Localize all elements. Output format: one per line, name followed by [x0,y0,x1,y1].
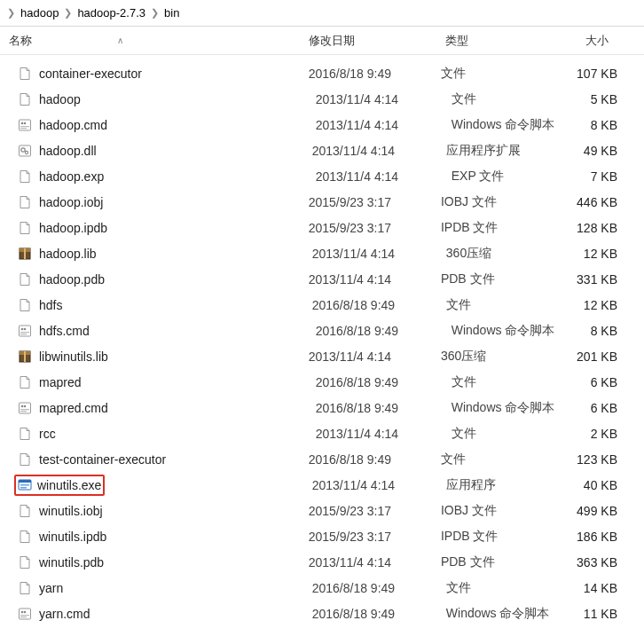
file-name-cell: hadoop.pdb [18,272,309,287]
file-icon [18,504,32,518]
file-type-cell: PDB 文件 [441,271,577,287]
svg-point-30 [24,610,27,613]
archive-icon [18,349,32,364]
file-type-cell: IOBJ 文件 [441,194,577,210]
file-type-cell: Windows 命令脚本 [452,117,591,133]
file-type-cell: IPDB 文件 [441,220,577,236]
file-size-cell: 123 KB [577,452,644,467]
file-name-label: yarn [39,581,63,595]
svg-rect-22 [20,409,29,410]
file-size-cell: 107 KB [577,67,644,81]
file-type-cell: 文件 [452,91,591,107]
breadcrumb-item[interactable]: hadoop-2.7.3 [77,6,145,20]
breadcrumb-item[interactable]: bin [164,6,179,20]
file-name-label: winutils.pdb [39,555,104,569]
file-date-cell: 2016/8/18 9:49 [309,452,441,467]
file-icon [18,530,32,544]
svg-rect-4 [20,128,27,129]
file-date-cell: 2013/11/4 4:14 [309,555,441,569]
column-header-type[interactable]: 类型 [445,33,585,49]
file-row[interactable]: hadoop.iobj2015/9/23 3:17IOBJ 文件446 KB [0,189,644,215]
file-size-cell: 8 KB [591,324,644,338]
file-name-cell: hadoop.iobj [18,195,309,209]
file-row[interactable]: hadoop.ipdb2015/9/23 3:17IPDB 文件128 KB [0,215,644,240]
file-row[interactable]: hdfs2016/8/18 9:49文件12 KB [0,292,644,318]
file-name-cell: yarn.cmd [18,607,312,621]
file-row[interactable]: rcc2013/11/4 4:14文件2 KB [0,420,644,446]
svg-point-29 [21,610,24,613]
svg-rect-15 [20,334,27,334]
file-date-cell: 2016/8/18 9:49 [316,375,452,389]
file-name-label: libwinutils.lib [39,349,108,364]
column-header-label: 名称 [9,33,32,49]
file-date-cell: 2016/8/18 9:49 [316,401,452,415]
file-row[interactable]: hadoop.cmd2013/11/4 4:14Windows 命令脚本8 KB [0,112,644,137]
file-row[interactable]: hdfs.cmd2016/8/18 9:49Windows 命令脚本8 KB [0,318,644,343]
file-row[interactable]: libwinutils.lib2013/11/4 4:14360压缩201 KB [0,343,644,369]
file-row[interactable]: hadoop.exp2013/11/4 4:14EXP 文件7 KB [0,163,644,189]
file-row[interactable]: winutils.ipdb2015/9/23 3:17IPDB 文件186 KB [0,523,644,549]
file-row[interactable]: winutils.exe2013/11/4 4:14应用程序40 KB [0,472,644,498]
file-row[interactable]: hadoop2013/11/4 4:14文件5 KB [0,86,644,112]
file-row[interactable]: container-executor2016/8/18 9:49文件107 KB [0,60,644,86]
file-type-cell: 文件 [452,374,591,390]
file-icon [18,92,32,106]
file-name-label: winutils.ipdb [39,530,106,544]
file-icon [18,272,32,287]
chevron-right-icon: ❯ [64,7,72,19]
file-name-cell: winutils.pdb [18,555,309,569]
file-row[interactable]: hadoop.dll2013/11/4 4:14应用程序扩展49 KB [0,137,644,163]
file-row[interactable]: mapred.cmd2016/8/18 9:49Windows 命令脚本6 KB [0,395,644,420]
column-header-name[interactable]: 名称 ∧ [9,33,309,49]
file-type-cell: 文件 [452,426,591,442]
file-icon [18,427,32,441]
breadcrumb-item[interactable]: hadoop [20,6,59,20]
file-name-label: hdfs.cmd [39,324,90,338]
file-size-cell: 12 KB [584,298,644,312]
file-row[interactable]: mapred2016/8/18 9:49文件6 KB [0,369,644,395]
file-date-cell: 2016/8/18 9:49 [316,324,452,338]
svg-point-12 [21,327,24,330]
cmd-icon [18,607,32,621]
column-header-date[interactable]: 修改日期 [309,33,445,49]
file-name-label: hadoop.cmd [39,118,107,132]
file-row[interactable]: hadoop.lib2013/11/4 4:14360压缩12 KB [0,240,644,266]
file-row[interactable]: yarn.cmd2016/8/18 9:49Windows 命令脚本11 KB [0,601,644,626]
file-icon [18,452,32,467]
file-type-cell: 文件 [446,580,584,596]
file-size-cell: 186 KB [577,530,644,544]
file-row[interactable]: yarn2016/8/18 9:49文件14 KB [0,575,644,601]
file-icon [18,375,32,389]
file-type-cell: Windows 命令脚本 [452,400,591,416]
svg-rect-3 [20,126,29,127]
file-name-label: hdfs [39,298,62,312]
column-header-size[interactable]: 大小 [585,33,644,49]
file-date-cell: 2013/11/4 4:14 [312,478,446,492]
breadcrumb[interactable]: ❯ hadoop ❯ hadoop-2.7.3 ❯ bin [0,0,644,27]
file-name-label: hadoop.dll [39,144,97,158]
file-name-label: container-executor [39,67,142,81]
file-row[interactable]: winutils.pdb2013/11/4 4:14PDB 文件363 KB [0,549,644,575]
file-size-cell: 363 KB [577,555,644,569]
file-type-cell: 360压缩 [441,349,577,365]
sort-indicator-icon: ∧ [117,35,123,45]
file-type-cell: Windows 命令脚本 [452,323,591,339]
file-date-cell: 2013/11/4 4:14 [316,118,452,132]
file-row[interactable]: test-container-executor2016/8/18 9:49文件1… [0,446,644,472]
file-type-cell: IOBJ 文件 [441,503,577,519]
file-size-cell: 7 KB [591,169,644,184]
file-name-cell: test-container-executor [18,452,309,467]
file-date-cell: 2015/9/23 3:17 [309,195,441,209]
file-type-cell: 文件 [446,297,584,313]
file-row[interactable]: hadoop.pdb2013/11/4 4:14PDB 文件331 KB [0,266,644,292]
file-size-cell: 49 KB [584,144,644,158]
file-row[interactable]: winutils.iobj2015/9/23 3:17IOBJ 文件499 KB [0,498,644,523]
file-name-cell: winutils.exe [18,475,312,496]
file-date-cell: 2013/11/4 4:14 [312,144,446,158]
svg-rect-14 [20,332,29,333]
svg-rect-10 [24,248,26,259]
file-name-cell: hadoop.lib [18,247,312,261]
file-name-cell: hdfs.cmd [18,324,316,338]
file-size-cell: 5 KB [591,92,644,106]
file-name-label: winutils.exe [37,478,101,492]
